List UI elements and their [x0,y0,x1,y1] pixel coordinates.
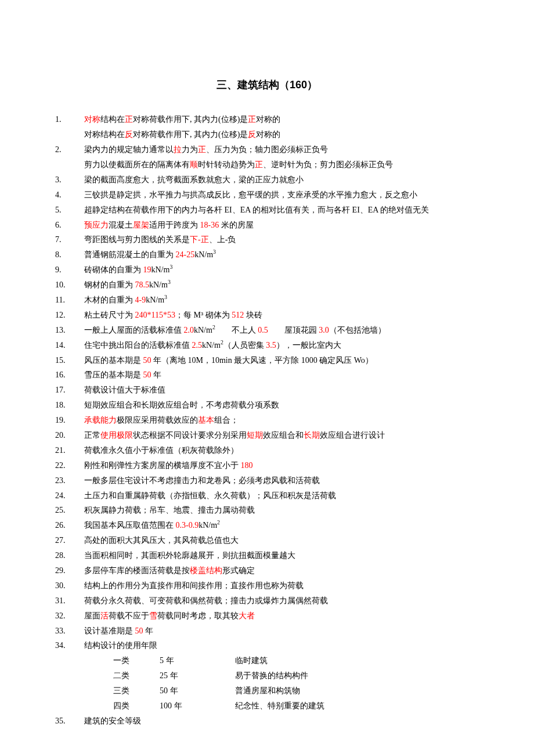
table-cell: 二类 [113,668,160,683]
text-segment: 普通钢筋混凝土的自重为 [84,250,176,259]
list-item-text: 荷载准永久值小于标准值（积灰荷载除外） [84,443,479,458]
list-item-text: 土压力和自重属静荷载（亦指恒载、永久荷载）；风压和积灰是活荷载 [84,488,479,503]
text-segment: 粘土砖尺寸为 [84,311,135,319]
text-segment: 米的房屋 [219,221,254,229]
text-segment: 荷载准永久值小于标准值（积灰荷载除外） [84,446,239,455]
list-item: 梁内力的规定轴力通常以拉力为正、压力为负；轴力图必须标正负号剪力以使截面所在的隔… [55,142,479,172]
list-item-text: 结构设计的使用年限 [84,638,479,653]
table-cell: 25 年 [160,668,235,683]
text-segment: 高处的面积大其风压大，其风荷载总值也大 [84,536,239,545]
list-item: 风压的基本期是 50 年（离地 10M，10min 最大风速，平方除 1000 … [55,353,479,368]
text-segment: 一般上人屋面的活载标准值 [84,326,184,334]
list-item-text: 风压的基本期是 50 年（离地 10M，10min 最大风速，平方除 1000 … [84,353,479,368]
list-item-text: 当面积相同时，其面积外轮廓越展开，则抗扭截面模量越大 [84,548,479,563]
text-segment: 短期效应组合和长期效应组合时，不考虑荷载分项系数 [84,401,279,409]
list-item: 屋面活荷载不应于雪荷载同时考虑，取其较大者 [55,609,479,624]
list-item: 粘土砖尺寸为 240*115*53；每 M³ 砌体为 512 块砖 [55,308,479,323]
list-item: 梁的截面高度愈大，抗弯截面系数就愈大，梁的正应力就愈小 [55,172,479,188]
text-segment: 预应力 [84,221,109,229]
text-segment: kN/m2 [202,341,223,350]
list-item: 多层停车库的楼面活荷载是按楼盖结构形式确定 [55,563,479,578]
list-item-text: 一般上人屋面的活载标准值 2.0kN/m2 不上人 0.5 屋顶花园 3.0（不… [84,323,479,338]
text-segment: 屋面 [84,611,100,620]
list-item: 承载能力极限应采用荷载效应的基本组合； [55,413,479,428]
text-segment: 、逆时针为负；剪力图必须标正负号 [263,160,393,169]
list-item-text: 屋面活荷载不应于雪荷载同时考虑，取其较大者 [84,609,479,624]
list-item: 荷载分永久荷载、可变荷载和偶然荷载；撞击力或爆炸力属偶然荷载 [55,593,479,609]
text-segment: 顺 [190,160,198,169]
list-item: 结构设计的使用年限一类5 年临时建筑二类25 年易于替换的结构构件三类50 年普… [55,638,479,713]
text-segment: kN/m2 [199,521,220,530]
list-item-text: 承载能力极限应采用荷载效应的基本组合； [84,413,479,428]
list-item: 普通钢筋混凝土的自重为 24-25kN/m3 [55,247,479,262]
text-segment: 剪力以使截面所在的隔离体有 [84,160,190,169]
text-segment: 使用极限 [100,431,133,440]
text-segment: 正 [248,115,256,124]
text-segment: 多层停车库的楼面活荷载是按 [84,566,190,575]
text-segment: 效应组合和 [263,431,304,440]
text-segment: 一般多层住宅设计不考虑撞击力和龙卷风；必须考虑风载和活荷载 [84,476,320,485]
text-segment: 活 [100,611,109,620]
list-item-text: 我国基本风压取值范围在 0.3-0.9kN/m2 [84,518,479,533]
text-segment: kN/m3 [146,296,167,304]
text-segment: 梁的截面高度愈大，抗弯截面系数就愈大，梁的正应力就愈小 [84,175,304,184]
text-segment: 2.5 [192,341,203,350]
list-item: 弯距图线与剪力图线的关系是下-正、上-负 [55,232,479,247]
text-segment: 时针转动趋势为 [198,160,255,169]
superscript: 3 [168,279,171,285]
list-item-text: 一般多层住宅设计不考虑撞击力和龙卷风；必须考虑风载和活荷载 [84,473,479,488]
text-segment: 风压的基本期是 [84,356,143,365]
text-segment: 18-36 [200,221,219,229]
text-segment: 对称的 [256,115,280,124]
list-item-subtext: 剪力以使截面所在的隔离体有顺时针转动趋势为正、逆时针为负；剪力图必须标正负号 [84,157,479,172]
text-segment: 设计基准期是 [84,627,135,635]
table-cell: 一类 [113,653,160,668]
text-segment: 刚性和刚弹性方案房屋的横墙厚度不宜小于 [84,461,241,470]
list-item: 建筑的安全等级 [55,714,479,729]
list-item-subtext: 对称结构在反对称荷载作用下, 其内力(位移)是反对称的 [84,127,479,142]
table-row: 一类5 年临时建筑 [113,653,330,668]
list-item-text: 普通钢筋混凝土的自重为 24-25kN/m3 [84,247,479,262]
text-segment: 2.0 [184,326,194,334]
text-segment: 对称结构在 [84,130,125,139]
text-segment: 砖砌体的自重为 [84,265,143,274]
text-segment: 3.0 [319,326,329,334]
text-segment: 正 [125,115,133,124]
text-segment: 梁内力的规定轴力通常以 [84,145,174,154]
list-item: 当面积相同时，其面积外轮廓越展开，则抗扭截面模量越大 [55,548,479,563]
text-segment: 楼盖结构 [190,566,222,575]
text-segment: 19 [143,265,151,274]
superscript: 3 [169,264,172,271]
list-item: 对称结构在正对称荷载作用下, 其内力(位移)是正对称的对称结构在反对称荷载作用下… [55,112,479,142]
text-segment: 拉 [174,145,182,154]
list-item: 土压力和自重属静荷载（亦指恒载、永久荷载）；风压和积灰是活荷载 [55,488,479,503]
text-segment: kN/m3 [194,250,216,259]
text-segment: kN/m3 [149,280,171,289]
table-row: 二类25 年易于替换的结构构件 [113,668,330,683]
list-item: 一般上人屋面的活载标准值 2.0kN/m2 不上人 0.5 屋顶花园 3.0（不… [55,323,479,338]
text-segment: 土压力和自重属静荷载（亦指恒载、永久荷载）；风压和积灰是活荷载 [84,491,336,500]
table-cell: 临时建筑 [235,653,330,668]
list-item: 砖砌体的自重为 19kN/m3 [55,262,479,278]
list-item-text: 超静定结构在荷载作用下的内力与各杆 EI、EA 的相对比值有关，而与各杆 EI、… [84,203,479,218]
list-item: 雪压的基本期是 50 年 [55,368,479,383]
text-segment: 荷载同时考虑，取其较 [157,611,239,620]
text-segment: 形式确定 [222,566,255,575]
list-item-text: 刚性和刚弹性方案房屋的横墙厚度不宜小于 180 [84,458,479,473]
text-segment: 3.5 [266,341,276,350]
text-segment: 78.5 [135,280,150,289]
text-segment: 240*115*53 [135,311,175,319]
list-item: 短期效应组合和长期效应组合时，不考虑荷载分项系数 [55,398,479,413]
list-item-text: 雪压的基本期是 50 年 [84,368,479,383]
table-cell: 普通房屋和构筑物 [235,683,330,699]
list-item-text: 预应力混凝土屋架适用于跨度为 18-36 米的房屋 [84,218,479,233]
table-row: 四类100 年纪念性、特别重要的建筑 [113,699,330,714]
page-title: 三、建筑结构（160） [55,75,479,95]
text-segment: 50 [143,370,151,379]
text-segment: 我国基本风压取值范围在 [84,521,176,530]
text-segment: 年 [143,627,154,635]
text-segment: （不包括池墙） [329,326,386,334]
list-item-text: 三铰拱是静定拱，水平推力与拱高成反比，愈平缓的拱，支座承受的水平推力愈大，反之愈… [84,188,479,203]
text-segment: 短期 [247,431,263,440]
text-segment: 正 [198,145,206,154]
